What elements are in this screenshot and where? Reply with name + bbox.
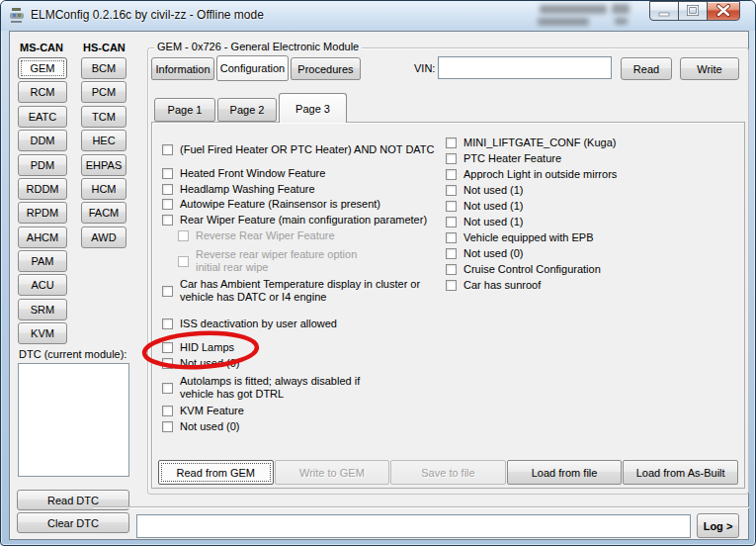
module-button-hcm[interactable]: HCM	[81, 178, 126, 200]
checkbox-row[interactable]: ISS deactivation by user allowed	[162, 318, 337, 330]
maximize-button[interactable]	[678, 1, 708, 21]
checkbox[interactable]	[446, 232, 457, 243]
tab-procedures[interactable]: Procedures	[291, 57, 361, 80]
checkbox-row-hid-lamps[interactable]: HID Lamps	[162, 341, 234, 354]
module-button-bcm[interactable]: BCM	[81, 57, 126, 79]
app-icon[interactable]	[8, 7, 26, 25]
tab-page-1[interactable]: Page 1	[154, 98, 215, 122]
module-button-acu[interactable]: ACU	[18, 274, 67, 296]
window-title: ELMConfig 0.2.16c by civil-zz - Offline …	[31, 1, 264, 30]
checkbox[interactable]	[162, 168, 173, 179]
checkbox[interactable]	[446, 280, 457, 291]
checkbox[interactable]	[162, 144, 173, 155]
hs-can-label: HS-CAN	[83, 42, 126, 53]
tab-configuration[interactable]: Configuration	[216, 55, 289, 81]
module-button-kvm[interactable]: KVM	[18, 322, 67, 344]
checkbox-row[interactable]: Not used (1)	[446, 216, 524, 228]
checkbox-row: Reverse rear wiper feature option initia…	[178, 248, 357, 274]
checkbox[interactable]	[446, 153, 457, 164]
checkbox[interactable]	[446, 137, 457, 148]
module-groupbox-title: GEM - 0x726 - General Electronic Module	[154, 41, 362, 52]
module-button-ehpas[interactable]: EHPAS	[81, 154, 126, 176]
dtc-label: DTC (current module):	[19, 348, 126, 360]
checkbox[interactable]	[162, 215, 173, 226]
vin-input[interactable]	[438, 56, 612, 79]
checkbox[interactable]	[162, 406, 173, 416]
checkbox[interactable]	[162, 199, 173, 210]
module-button-gem[interactable]: GEM	[18, 57, 67, 79]
module-button-rddm[interactable]: RDDM	[18, 178, 67, 200]
module-button-awd[interactable]: AWD	[81, 227, 126, 248]
close-button[interactable]	[707, 1, 740, 21]
tab-page-2[interactable]: Page 2	[217, 98, 277, 122]
clear-dtc-button[interactable]: Clear DTC	[17, 512, 129, 533]
checkbox-row: Reverse Rear Wiper Feature	[178, 229, 335, 242]
tab-page-3[interactable]: Page 3	[279, 93, 347, 123]
module-button-rpdm[interactable]: RPDM	[18, 202, 67, 224]
checkbox-row[interactable]: (Fuel Fired Heater OR PTC Heater) AND NO…	[162, 143, 435, 156]
checkbox-row[interactable]: Car has Ambient Temperature display in c…	[162, 278, 420, 304]
checkbox[interactable]	[446, 264, 457, 275]
module-button-rcm[interactable]: RCM	[18, 81, 67, 103]
checkbox-row[interactable]: Vehicle equipped with EPB	[446, 231, 593, 244]
checkbox-row[interactable]: KVM Feature	[162, 405, 244, 417]
load-from-as-built-button[interactable]: Load from As-Built	[623, 460, 738, 485]
module-button-eatc[interactable]: EATC	[18, 106, 67, 128]
window-controls	[650, 1, 740, 21]
checkbox-row[interactable]: PTC Heater Feature	[446, 152, 561, 165]
module-button-facm[interactable]: FACM	[81, 202, 126, 224]
checkbox[interactable]	[162, 184, 173, 195]
checkbox[interactable]	[446, 185, 457, 196]
checkbox[interactable]	[446, 248, 457, 259]
command-input[interactable]	[136, 514, 691, 538]
vin-write-button[interactable]: Write	[680, 57, 739, 80]
checkbox[interactable]	[162, 318, 173, 329]
checkbox-row[interactable]: Heated Front Window Feature	[162, 167, 325, 180]
title-bar[interactable]: ELMConfig 0.2.16c by civil-zz - Offline …	[1, 1, 755, 31]
checkbox-row[interactable]: Headlamp Washing Feature	[162, 183, 315, 196]
checkbox[interactable]	[162, 286, 173, 297]
read-from-gem-button[interactable]: Read from GEM	[158, 460, 274, 485]
checkbox[interactable]	[446, 169, 457, 180]
dtc-listbox[interactable]	[18, 363, 129, 477]
checkbox-row[interactable]: MINI_LIFTGATE_CONF (Kuga)	[446, 136, 616, 149]
minimize-icon	[650, 2, 678, 20]
checkbox[interactable]	[162, 342, 173, 353]
module-button-srm[interactable]: SRM	[18, 299, 67, 320]
checkbox-row[interactable]: Not used (0)	[446, 247, 524, 260]
checkbox-row[interactable]: Rear Wiper Feature (main configuration p…	[162, 214, 427, 227]
checkbox-row[interactable]: Cruise Control Configuration	[446, 263, 601, 276]
log-toggle-button[interactable]: Log >	[697, 513, 739, 538]
checkbox[interactable]	[162, 421, 173, 432]
module-button-pam[interactable]: PAM	[18, 250, 67, 272]
checkbox[interactable]	[446, 201, 457, 212]
tab-information[interactable]: Information	[151, 57, 214, 80]
checkbox-row[interactable]: Not used (0)	[162, 357, 240, 370]
checkbox[interactable]	[162, 358, 173, 369]
background-window-artifact	[538, 18, 589, 26]
checkbox-row[interactable]: Approch Light in outside mirrors	[446, 168, 617, 181]
checkbox-row[interactable]: Car has sunroof	[446, 279, 541, 292]
checkbox	[178, 230, 189, 241]
checkbox-row[interactable]: Not used (0)	[162, 420, 240, 433]
module-button-ddm[interactable]: DDM	[18, 130, 67, 151]
checkbox[interactable]	[162, 383, 173, 394]
module-button-pcm[interactable]: PCM	[81, 81, 126, 103]
checkbox-row[interactable]: Not used (1)	[446, 184, 524, 197]
module-button-pdm[interactable]: PDM	[18, 154, 67, 176]
checkbox-row[interactable]: Autolamps is fitted; always disabled if …	[162, 375, 360, 401]
divider	[93, 506, 749, 508]
checkbox-row[interactable]: Autowipe Feature (Rainsensor is present)	[162, 198, 380, 211]
module-button-ahcm[interactable]: AHCM	[18, 227, 67, 248]
load-from-file-button[interactable]: Load from file	[507, 460, 623, 485]
module-button-tcm[interactable]: TCM	[81, 106, 126, 128]
minimize-button[interactable]	[649, 1, 679, 21]
checkbox	[178, 256, 189, 267]
module-button-hec[interactable]: HEC	[81, 130, 126, 151]
background-window-artifact	[612, 4, 630, 14]
checkbox-row[interactable]: Not used (1)	[446, 200, 524, 213]
vin-label: VIN:	[414, 62, 435, 74]
write-to-gem-button: Write to GEM	[275, 460, 390, 485]
checkbox[interactable]	[446, 217, 457, 228]
vin-read-button[interactable]: Read	[621, 57, 672, 80]
